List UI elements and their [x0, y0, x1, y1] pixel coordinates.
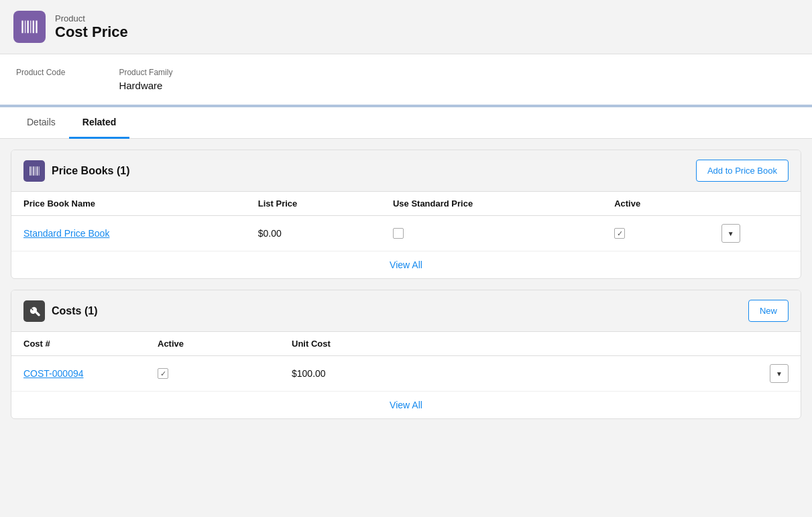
cost-num-cell: COST-000094 [11, 356, 146, 392]
costs-header-left: Costs (1) [23, 300, 97, 322]
product-family-value: Hardware [119, 80, 172, 91]
product-family-field: Product Family Hardware [119, 68, 172, 91]
price-book-name-link[interactable]: Standard Price Book [23, 228, 109, 239]
col-list-price: List Price [246, 192, 381, 216]
header-parent-label: Product [55, 13, 128, 23]
price-books-section: Price Books (1) Add to Price Book Price … [11, 150, 801, 279]
price-books-view-all: View All [11, 251, 801, 278]
price-books-table: Price Book Name List Price Use Standard … [11, 192, 801, 251]
cost-num-link[interactable]: COST-000094 [23, 368, 84, 379]
svg-rect-1 [25, 21, 25, 34]
row-actions-cell: ▼ [709, 216, 801, 251]
cost-row-dropdown-button[interactable]: ▼ [770, 364, 789, 383]
price-books-icon [23, 160, 45, 182]
price-books-header-left: Price Books (1) [23, 160, 129, 182]
col-cost-active: Active [146, 332, 280, 356]
page-header: Product Cost Price [0, 0, 812, 54]
wrench-icon [28, 305, 40, 317]
costs-section: Costs (1) New Cost # Active Unit Cost CO… [11, 290, 801, 419]
svg-rect-3 [30, 21, 31, 34]
costs-table: Cost # Active Unit Cost COST-000094 [11, 332, 801, 391]
cost-active-cell [146, 356, 280, 392]
col-actions-header [709, 192, 801, 216]
col-cost-actions [758, 332, 801, 356]
use-standard-price-checkbox[interactable] [393, 228, 404, 239]
product-code-label: Product Code [16, 68, 65, 77]
col-unit-cost: Unit Cost [280, 332, 758, 356]
price-books-header: Price Books (1) Add to Price Book [11, 150, 801, 192]
price-book-name-cell: Standard Price Book [11, 216, 246, 251]
product-info-bar: Product Code Product Family Hardware [0, 54, 812, 107]
svg-rect-9 [36, 166, 36, 176]
active-checkbox[interactable] [614, 228, 625, 239]
list-price-cell: $0.00 [246, 216, 381, 251]
product-family-label: Product Family [119, 68, 172, 77]
costs-view-all-link[interactable]: View All [390, 400, 422, 410]
cost-row-actions-cell: ▼ [758, 356, 801, 392]
svg-rect-4 [33, 21, 34, 34]
svg-rect-2 [27, 21, 29, 34]
svg-rect-0 [21, 21, 23, 34]
tab-bar: Details Related [0, 107, 812, 139]
barcode-icon [20, 17, 39, 36]
price-books-title: Price Books (1) [52, 165, 129, 177]
svg-rect-10 [37, 166, 38, 176]
col-cost-num: Cost # [11, 332, 146, 356]
col-active: Active [602, 192, 709, 216]
related-content: Price Books (1) Add to Price Book Price … [0, 150, 812, 441]
costs-icon [23, 300, 45, 322]
product-code-field: Product Code [16, 68, 65, 91]
use-standard-price-cell [381, 216, 602, 251]
tab-details[interactable]: Details [13, 107, 69, 139]
table-row: Standard Price Book $0.00 ▼ [11, 216, 801, 251]
table-row: COST-000094 $100.00 ▼ [11, 356, 801, 392]
row-dropdown-button[interactable]: ▼ [721, 224, 740, 243]
unit-cost-cell: $100.00 [280, 356, 758, 392]
svg-rect-5 [36, 21, 37, 34]
col-price-book-name: Price Book Name [11, 192, 246, 216]
tab-related[interactable]: Related [69, 107, 130, 139]
svg-rect-6 [30, 166, 31, 176]
header-title: Cost Price [55, 23, 128, 41]
col-use-standard-price: Use Standard Price [381, 192, 602, 216]
price-books-view-all-link[interactable]: View All [390, 260, 422, 270]
header-icon [13, 11, 46, 43]
price-book-icon-svg [28, 165, 40, 177]
add-to-price-book-button[interactable]: Add to Price Book [696, 160, 789, 182]
header-text: Product Cost Price [55, 13, 128, 41]
cost-active-checkbox[interactable] [158, 368, 168, 379]
svg-rect-7 [32, 166, 32, 176]
new-cost-button[interactable]: New [748, 300, 789, 322]
svg-rect-8 [34, 166, 35, 176]
svg-rect-11 [39, 166, 40, 176]
costs-view-all: View All [11, 391, 801, 418]
active-cell [602, 216, 709, 251]
costs-header: Costs (1) New [11, 290, 801, 332]
costs-title: Costs (1) [52, 305, 97, 317]
